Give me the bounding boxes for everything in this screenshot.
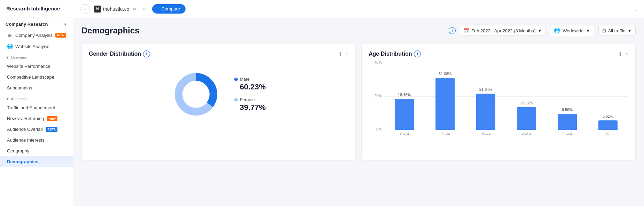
bar (517, 107, 536, 130)
compare-label: + Compare (158, 6, 180, 11)
gender-legend: Male 60.23% Female 39.77% (234, 77, 266, 112)
globe-small-icon: 🌐 (7, 43, 13, 49)
topbar-extra: ... (634, 7, 637, 11)
sidebar-item-demographics[interactable]: Demographics (0, 156, 73, 167)
sidebar-item-competitive-landscape[interactable]: Competitive Landscape (0, 72, 73, 82)
audience-label: ▼ Audience (0, 93, 73, 102)
x-axis-label: 35-44 (479, 132, 493, 136)
male-value: 60.23% (234, 82, 266, 92)
y-axis-label: 0% (369, 127, 382, 131)
sidebar-item-label: Website Analysis (15, 44, 49, 49)
traffic-label: All traffic (608, 28, 626, 33)
gender-add-button[interactable]: + (345, 51, 348, 57)
age-bar-chart: 40%20%0%18.46%18-2431.08%25-3421.64%35-4… (369, 63, 628, 153)
x-axis-label: 55-64 (560, 132, 574, 136)
traffic-picker[interactable]: ⊞ All traffic ▼ (598, 26, 636, 36)
x-axis-label: 45-54 (520, 132, 534, 136)
grid-line (384, 130, 628, 130)
date-range-label: Feb 2022 - Apr 2022 (3 Months) (471, 28, 535, 33)
header-controls: i 📅 Feb 2022 - Apr 2022 (3 Months) ▼ 🌐 W… (449, 25, 636, 36)
age-add-button[interactable]: + (625, 51, 628, 57)
compare-button[interactable]: + Compare (152, 4, 186, 14)
gender-donut-chart (172, 70, 220, 119)
age-chart-card: Age Distribution i ⬇ + 40%20%0%18.46%18-… (361, 43, 636, 161)
y-axis-label: 40% (369, 60, 382, 64)
sidebar-item-label: Demographics (7, 159, 38, 164)
star-icon[interactable]: ☆ (141, 6, 148, 13)
x-axis-label: 18-24 (398, 132, 411, 136)
x-axis-label: 25-34 (438, 132, 452, 136)
chevron-down-icon: ▼ (627, 28, 632, 33)
edit-icon[interactable]: ✏ (132, 6, 139, 13)
bar (395, 99, 414, 130)
grid-icon: ⊞ (7, 32, 13, 38)
female-value: 39.77% (234, 103, 266, 112)
sidebar-item-label: Company Analysis (15, 33, 53, 38)
sidebar-item-website-analysis[interactable]: 🌐 Website Analysis (0, 41, 73, 52)
sidebar-item-label: Competitive Landscape (7, 74, 54, 80)
new-badge: NEW (55, 33, 66, 38)
date-range-picker[interactable]: 📅 Feb 2022 - Apr 2022 (3 Months) ▼ (460, 26, 546, 36)
age-chart-title: Age Distribution i (369, 50, 618, 57)
page-content-area: Demographics i 📅 Feb 2022 - Apr 2022 (3 … (73, 18, 644, 206)
bar (598, 120, 618, 130)
grid-line (384, 63, 628, 63)
charts-row: Gender Distribution i ⬇ + (81, 43, 636, 161)
sidebar-item-subdomains[interactable]: Subdomains (0, 82, 73, 93)
calendar-icon: 📅 (464, 28, 469, 33)
sidebar-item-label: Subdomains (7, 85, 32, 90)
age-chart-header: Age Distribution i ⬇ + (369, 50, 628, 57)
page-header: Demographics i 📅 Feb 2022 - Apr 2022 (3 … (81, 25, 636, 36)
female-label: Female (240, 97, 255, 102)
info-icon[interactable]: i (449, 27, 456, 34)
gender-download-button[interactable]: ⬇ (338, 51, 343, 57)
gender-chart-card: Gender Distribution i ⬇ + (81, 43, 356, 161)
sidebar: Research Intelligence Company Research ▼… (0, 0, 73, 206)
chevron-small-icon: ▼ (6, 55, 9, 60)
domain-favicon: H (94, 6, 101, 13)
sidebar-item-audience-interests[interactable]: Audience Interests (0, 135, 73, 145)
sidebar-item-label: Website Performance (7, 64, 50, 69)
sidebar-item-traffic-engagement[interactable]: Traffic and Engagement (0, 102, 73, 113)
bar-value-label: 21.64% (476, 87, 496, 92)
gender-donut-container: Male 60.23% Female 39.77% (89, 63, 348, 126)
new-badge: NEW (47, 116, 57, 121)
bar-value-label: 5.61% (598, 114, 619, 118)
male-dot (234, 78, 238, 81)
globe-icon: 🌐 (554, 27, 560, 34)
region-picker[interactable]: 🌐 Worldwide ▼ (550, 25, 594, 36)
male-legend-item: Male 60.23% (234, 77, 266, 92)
age-download-button[interactable]: ⬇ (618, 51, 622, 57)
chevron-down-icon: ▼ (537, 28, 542, 33)
chevron-down-icon: ▼ (63, 22, 67, 26)
sidebar-item-label: Geography (7, 148, 29, 153)
sidebar-item-audience-overlap[interactable]: Audience Overlap BETA (0, 124, 73, 135)
chevron-down-icon: ▼ (586, 28, 590, 33)
svg-point-2 (186, 84, 206, 105)
company-research-section: Company Research ▼ ⊞ Company Analysis NE… (0, 17, 73, 52)
gender-chart-header: Gender Distribution i ⬇ + (89, 50, 348, 57)
male-label: Male (240, 77, 250, 82)
bar-value-label: 13.62% (516, 101, 537, 105)
gender-info-icon[interactable]: i (143, 50, 150, 57)
company-research-label: Company Research (6, 22, 48, 27)
sidebar-item-company-analysis[interactable]: ⊞ Company Analysis NEW (0, 30, 73, 41)
grid-line (384, 96, 628, 97)
sidebar-item-label: Audience Interests (7, 137, 45, 143)
sidebar-item-new-vs-returning[interactable]: New vs. Returning NEW (0, 113, 73, 124)
sidebar-item-geography[interactable]: Geography (0, 145, 73, 156)
back-button[interactable]: ← (80, 4, 90, 14)
gender-chart-actions: ⬇ + (338, 51, 348, 57)
sidebar-item-website-performance[interactable]: Website Performance (0, 61, 73, 72)
age-info-icon[interactable]: i (414, 50, 421, 57)
sidebar-item-label: Traffic and Engagement (7, 105, 55, 110)
bar (476, 94, 495, 130)
app-title: Research Intelligence (0, 0, 73, 17)
x-axis-label: 65+ (601, 132, 615, 136)
topbar: ← H thehustle.co ✏ ☆ + Compare ... (73, 0, 644, 18)
page-title: Demographics (81, 26, 449, 35)
main-content: ← H thehustle.co ✏ ☆ + Compare ... Demog… (73, 0, 644, 206)
female-dot (234, 98, 238, 102)
sidebar-item-label: New vs. Returning (7, 116, 44, 121)
company-research-header[interactable]: Company Research ▼ (0, 17, 73, 30)
